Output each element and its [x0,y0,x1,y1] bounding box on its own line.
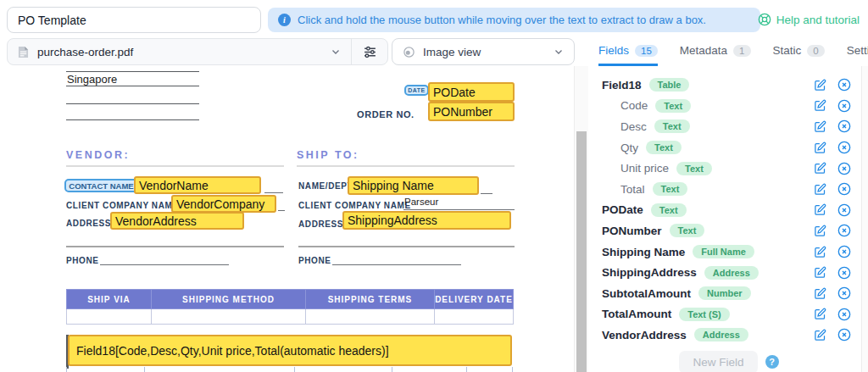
delete-field-icon[interactable] [837,162,851,175]
contact-name-highlight[interactable]: CONTACT NAME [64,179,138,192]
table-divider [66,367,67,372]
edit-field-icon[interactable] [814,203,826,216]
field-type-badge: Text [670,224,705,237]
edit-field-icon[interactable] [814,225,826,237]
ship-table-header-cell: DELIVERY DATE [435,290,514,309]
lifebuoy-icon [758,13,771,26]
field-row: Shipping Name Full Name [602,242,856,263]
field-name: TotalAmount [602,308,671,320]
form-line [66,119,199,120]
tab-metadata[interactable]: Metadata 1 [680,37,751,66]
tab-static[interactable]: Static 0 [773,37,825,66]
edit-field-icon[interactable] [814,142,826,154]
help-label: Help and tutorial [776,14,860,26]
delete-field-icon[interactable] [837,78,851,92]
delete-field-icon[interactable] [837,203,851,217]
table-field-highlight[interactable]: Field18[Code,Desc,Qty,Unit price,Total(a… [68,335,512,366]
field-row: Total Text [602,179,856,200]
delete-field-icon[interactable] [837,224,851,237]
field-row: VendorAddress Address [602,325,856,346]
file-select[interactable]: purchase-order.pdf [8,39,351,64]
tab-label: Fields [598,44,629,57]
shipping-address-field-highlight[interactable]: ShippingAddress [342,211,511,230]
ship-table-header-cell: SHIPPING METHOD [152,290,306,309]
edit-field-icon[interactable] [814,246,826,258]
field-row: Desc Text [602,116,856,137]
file-name: purchase-order.pdf [37,46,133,58]
view-label: Image view [423,46,481,58]
chevron-down-icon [331,47,341,57]
delete-field-icon[interactable] [837,266,851,280]
po-date-field-highlight[interactable]: PODate [428,82,515,102]
edit-field-icon[interactable] [814,99,826,112]
sliders-icon [363,45,377,59]
edit-field-icon[interactable] [814,329,826,341]
new-field-button[interactable]: New Field [679,351,757,372]
edit-field-icon[interactable] [814,266,826,279]
form-line [332,264,461,265]
top-bar: i Click and hold the mouse button while … [0,0,868,37]
field-name: Desc [620,120,647,133]
delete-field-icon[interactable] [837,182,851,196]
tab-fields[interactable]: Fields 15 [598,37,658,66]
form-line [481,193,492,194]
field-name: Shipping Name [602,246,685,258]
ship-table-header-cell: SHIPPING TERMS [306,290,435,309]
help-link[interactable]: Help and tutorial [758,13,860,26]
field-type-badge: Text [676,162,712,175]
delete-field-icon[interactable] [837,245,851,258]
city-text: Singapore [67,73,117,86]
delete-field-icon[interactable] [837,308,851,321]
field-name: SubtotalAmount [602,287,691,300]
field-name: PODate [602,203,643,216]
info-banner: i Click and hold the mouse button while … [268,8,760,32]
field-row: Qty Text [602,137,856,158]
field-row: SubtotalAmount Number [602,283,856,304]
info-icon: i [278,14,291,26]
delete-field-icon[interactable] [837,141,851,154]
vendor-address-field-highlight[interactable]: VendorAddress [110,212,244,230]
form-line [66,103,199,104]
vendor-name-field-highlight[interactable]: VendorName [134,176,261,194]
ship-table-cell [306,309,435,325]
field-type-badge: Text [653,182,688,196]
banner-text: Click and hold the mouse button while mo… [298,14,706,26]
table-divider [144,367,145,372]
delete-field-icon[interactable] [837,286,851,300]
filter-sliders-button[interactable] [352,39,387,64]
help-circle-icon[interactable]: ? [765,355,779,369]
field-type-badge: Address [704,266,759,280]
field-type-badge: Text (S) [679,308,730,321]
edit-field-icon[interactable] [814,183,826,196]
tab-count-badge: 1 [733,45,750,57]
field-type-badge: Full Name [693,245,754,258]
section-rule [298,246,515,247]
shipping-name-field-highlight[interactable]: Shipping Name [348,176,479,195]
edit-field-icon[interactable] [814,162,826,175]
field-name: Total [620,183,645,196]
page-scrollbar[interactable] [861,66,868,372]
edit-field-icon[interactable] [814,120,826,133]
doc-scrollbar-thumb[interactable] [576,131,587,372]
toolbar: purchase-order.pdf Image view Fi [0,37,868,66]
delete-field-icon[interactable] [837,328,851,341]
field-type-badge: Text [646,141,682,154]
view-select[interactable]: Image view [392,38,575,65]
file-group: purchase-order.pdf [7,38,388,65]
delete-field-icon[interactable] [837,119,851,133]
edit-field-icon[interactable] [814,287,826,300]
tab-settings[interactable]: Settings [847,37,868,66]
date-highlight[interactable]: DATE [404,85,429,96]
field-type-badge: Text [654,119,690,133]
po-number-field-highlight[interactable]: PONumber [428,102,515,121]
field-name: Qty [620,142,638,154]
form-line [66,71,199,72]
delete-field-icon[interactable] [837,99,851,113]
edit-field-icon[interactable] [814,308,826,320]
company-value: Parseur [404,197,438,207]
client-company-label: CLIENT COMPANY NAME [66,201,179,210]
field-type-badge: Text [651,203,687,217]
edit-field-icon[interactable] [814,79,826,92]
template-name-input[interactable] [7,7,261,33]
vendor-company-field-highlight[interactable]: VendorCompany [171,195,276,213]
